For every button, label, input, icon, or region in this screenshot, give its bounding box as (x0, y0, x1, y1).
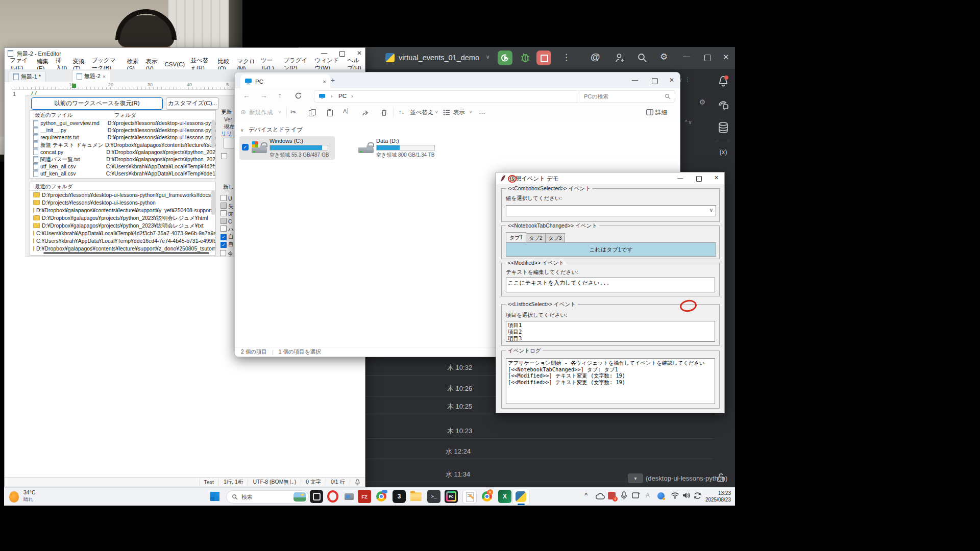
database-icon[interactable] (712, 120, 734, 135)
weather-widget[interactable]: 34°C 晴れ (23, 489, 35, 503)
listbox[interactable]: 項目1 項目2 項目3 (506, 321, 715, 342)
list-item[interactable]: utf_ken_all.csvC:¥Users¥kbrah¥AppData¥Lo… (30, 163, 215, 170)
list-item[interactable]: D:¥projects¥lessons¥desktop-ui-lessons-p… (30, 198, 215, 206)
option-checkbox[interactable]: ハ (220, 226, 234, 233)
option-checkbox[interactable]: U (220, 195, 232, 202)
taskbar-app-photos[interactable] (310, 490, 323, 503)
maximize-icon[interactable] (652, 78, 658, 84)
option-checkbox-checked[interactable]: ✓自 (220, 241, 234, 248)
status-doctype[interactable]: Text (199, 479, 218, 485)
horizontal-scrollbar[interactable] (43, 252, 209, 254)
copilot-icon[interactable] (657, 492, 665, 499)
option-checkbox[interactable]: 閉 (220, 210, 234, 218)
list-item[interactable]: requirements.txtD:¥projects¥lessons¥desk… (30, 134, 215, 141)
list-item[interactable]: D:¥Dropbox¥galapagos¥contents¥lecture¥su… (30, 244, 215, 252)
more-options-kebab-icon[interactable]: ⋮ (562, 53, 571, 62)
taskbar-app-chrome-k[interactable]: k (480, 490, 494, 503)
listbox-item[interactable]: 項目1 (508, 322, 713, 329)
details-label[interactable]: 詳細 (655, 109, 667, 116)
clock[interactable]: 13:23 2025/08/23 (704, 490, 731, 503)
taskbar-app-device[interactable] (342, 490, 356, 503)
snip-icon[interactable] (632, 492, 640, 499)
taskbar-app-filezilla[interactable]: FZ (358, 490, 371, 503)
explorer-tab-pc[interactable]: PC × (240, 74, 330, 88)
new-item-plus-icon[interactable]: ⊕ (240, 108, 246, 116)
section-header[interactable]: デバイスとドライブ (249, 126, 303, 134)
minimize-icon[interactable]: — (321, 49, 327, 57)
list-item[interactable]: 新規 テキスト ドキュメント.txtD:¥Dropbox¥galapagos¥c… (30, 141, 215, 148)
list-item-timestamp[interactable]: 木 10:25 (447, 402, 472, 411)
ai-assistant-spiral-icon[interactable]: @ (591, 53, 600, 61)
event-log[interactable]: アプリケーション開始 - 各ウィジェットを操作してイベントを確認してください [… (506, 358, 715, 404)
folders-list-header[interactable]: 最近のフォルダ (30, 182, 215, 191)
taskbar-app-terminal[interactable]: >_ (427, 490, 440, 503)
menu-csv[interactable]: CSV(C) (165, 61, 185, 67)
share-icon[interactable] (362, 109, 369, 116)
minimize-icon[interactable]: — (632, 77, 638, 84)
list-item-timestamp[interactable]: 水 12:24 (446, 447, 471, 456)
taskbar-app-excel[interactable]: X (498, 490, 511, 503)
taskbar-app-notepad[interactable] (462, 490, 477, 504)
clipped-checkbox[interactable] (221, 153, 229, 160)
close-icon[interactable]: ✕ (714, 174, 719, 181)
stop-button[interactable] (536, 51, 551, 65)
list-item[interactable]: D:¥Dropbox¥galapagos¥contents¥lecture¥su… (30, 206, 215, 214)
section-chevron-icon[interactable]: v (241, 128, 243, 133)
chevron-down-icon[interactable]: v (435, 109, 438, 114)
document-tab[interactable]: 無題-1 * (9, 71, 45, 82)
minimize-icon[interactable]: — (677, 174, 683, 181)
restore-icon[interactable] (704, 55, 711, 61)
option-checkbox-checked[interactable]: ✓自 (220, 233, 234, 240)
search-icon[interactable] (637, 53, 647, 63)
list-item[interactable]: D:¥Dropbox¥galapagos¥projects¥python_202… (30, 214, 215, 221)
option-checkbox[interactable]: C (220, 218, 232, 224)
tab-1-active[interactable]: タブ1 (506, 232, 526, 243)
list-item-timestamp[interactable]: 水 11:34 (446, 470, 470, 479)
more-ellipsis-icon[interactable]: … (479, 108, 485, 115)
copy-icon[interactable] (309, 109, 315, 116)
list-item[interactable]: utf_ken_all.csvC:¥Users¥kbrah¥AppData¥Lo… (30, 170, 215, 177)
search-daily-image[interactable] (293, 492, 306, 502)
drive-tile-data-d[interactable]: Data (D:) 空き領域 800 GB/1.34 TB (346, 136, 442, 160)
list-item[interactable]: concat.pyD:¥Dropbox¥galapagos¥projects¥p… (30, 148, 215, 156)
list-item[interactable]: D:¥projects¥lessons¥desktop-ui-lessons-p… (30, 191, 215, 198)
run-button[interactable] (498, 51, 512, 65)
sort-label[interactable]: 並べ替え (410, 109, 434, 116)
document-tab-active[interactable]: 無題-2 × (72, 70, 110, 82)
list-item-timestamp[interactable]: 木 10:26 (447, 384, 472, 393)
minimize-icon[interactable]: — (683, 52, 690, 61)
customize-button[interactable]: カスタマイズ(C)... (166, 97, 219, 110)
cut-icon[interactable]: ✂ (290, 108, 296, 116)
volume-icon[interactable] (682, 492, 691, 499)
combobox[interactable]: v (506, 205, 716, 216)
address-bar[interactable]: › PC › (314, 90, 580, 103)
forward-icon[interactable]: → (260, 91, 267, 99)
ime-switch-icon[interactable] (693, 492, 702, 499)
status-bell-icon[interactable] (350, 479, 365, 486)
wifi-icon[interactable] (671, 492, 679, 499)
tab-close-icon[interactable]: × (323, 79, 326, 85)
dropdown-button[interactable]: ▾ (628, 473, 643, 483)
list-item[interactable]: C:¥Users¥kbrah¥AppData¥Local¥Temp¥dde16c… (30, 237, 215, 244)
list-item[interactable]: 関連パス一覧.txtD:¥Dropbox¥galapagos¥projects¥… (30, 156, 215, 163)
weather-sun-icon[interactable] (9, 490, 21, 503)
variables-icon[interactable]: (x) (712, 148, 734, 156)
list-item[interactable]: C:¥Users¥kbrah¥AppData¥Local¥Temp¥4d2f3c… (30, 229, 215, 237)
search-box[interactable]: PCの検索 (579, 90, 675, 103)
list-item-timestamp[interactable]: 木 10:23 (447, 427, 472, 436)
release-link-fragment[interactable]: リリ (221, 130, 232, 137)
ai-chat-icon[interactable] (712, 99, 734, 112)
delete-icon[interactable] (381, 109, 387, 116)
text-editor[interactable]: ここにテキストを入力してください... (506, 278, 715, 292)
chevron-down-icon[interactable]: v (279, 109, 281, 114)
column-header-folder[interactable]: フォルダ (114, 111, 136, 119)
view-icon[interactable] (443, 109, 450, 116)
settings-gear-icon[interactable]: ⚙ (660, 53, 668, 61)
details-pane-icon[interactable] (646, 109, 653, 116)
onedrive-cloud-icon[interactable] (595, 492, 605, 500)
restore-workspace-button[interactable]: 以前のワークスペースを復元(R) (31, 97, 163, 110)
status-cursor-position[interactable]: 1行, 1桁 (218, 479, 248, 486)
toolwindow-chevron-kebab[interactable]: v ⋮ (679, 77, 691, 83)
drive-tile-windows-c[interactable]: ✓ Windows (C:) 空き領域 55.3 GB/487 GB (239, 136, 335, 160)
taskbar-app-pycharm[interactable]: PC (445, 490, 458, 503)
